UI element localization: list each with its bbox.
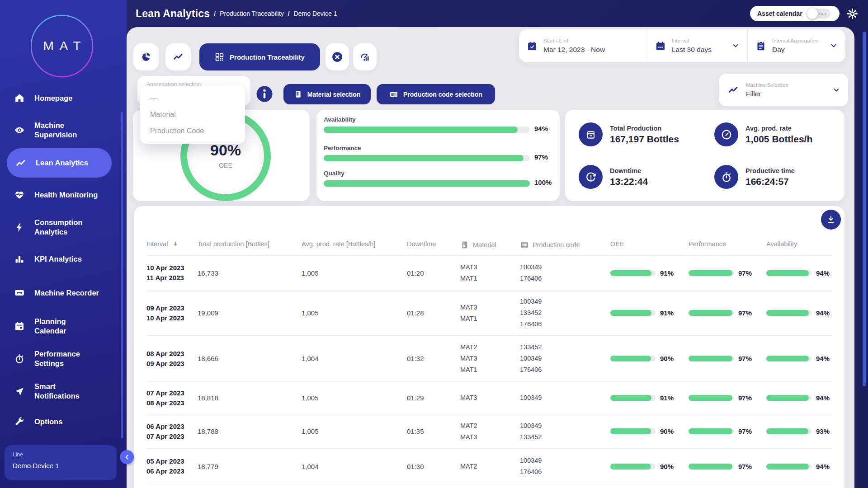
start-end-picker[interactable]: Start - End Mar 12, 2023 - Now xyxy=(519,29,647,62)
selected-line-card[interactable]: Line Demo Device 1 xyxy=(5,445,117,480)
kpi-productive-time: Productive time166:24:57 xyxy=(714,165,795,189)
downtime-clock-icon xyxy=(579,165,603,189)
report-view-button[interactable] xyxy=(353,43,377,70)
settings-gear-icon[interactable] xyxy=(846,8,859,20)
download-button[interactable] xyxy=(821,210,841,230)
dropdown-option-material[interactable]: Material xyxy=(140,107,245,123)
column-label: Availability xyxy=(766,240,797,248)
sidebar-item-homepage[interactable]: Homepage xyxy=(0,89,118,108)
production-traceability-label: Production Traceability xyxy=(230,53,305,61)
mini-bar-track xyxy=(610,270,656,276)
table-row[interactable]: 08 Apr 202309 Apr 202318,6661,00401:32MA… xyxy=(146,335,832,381)
table-row[interactable]: 09 Apr 202310 Apr 202319,0091,00501:28MA… xyxy=(146,290,832,335)
mini-bar-value: 97% xyxy=(738,309,752,317)
production-traceability-tab[interactable]: Production Traceability xyxy=(199,43,320,70)
sidebar-item-planning-calendar[interactable]: Planning Calendar xyxy=(0,314,118,339)
cell-availability: 94% xyxy=(766,355,832,362)
mini-bar-track xyxy=(766,270,811,276)
mini-bar-fill xyxy=(766,428,808,434)
page-scrollbar-thumb[interactable] xyxy=(863,32,866,386)
material-icon xyxy=(294,90,302,99)
bar-label: Performance xyxy=(324,145,552,151)
table-row-separator xyxy=(146,484,832,488)
gauge-report-icon xyxy=(359,52,370,62)
mini-bar-track xyxy=(610,395,656,401)
mini-bar-fill xyxy=(689,270,732,276)
table-row[interactable]: 05 Apr 202306 Apr 202318,7791,00401:30MA… xyxy=(146,448,832,484)
line-label: Line xyxy=(13,451,108,458)
sidebar-scrollbar[interactable] xyxy=(121,112,123,438)
cell-availability: 94% xyxy=(766,394,832,402)
chevron-down-icon xyxy=(731,41,740,50)
bar-fill xyxy=(324,155,524,161)
dropdown-option-production-code[interactable]: Production Code xyxy=(140,123,245,139)
mini-bar-value: 97% xyxy=(738,355,752,362)
table-row[interactable]: 07 Apr 202308 Apr 202318,8181,00501:29MA… xyxy=(146,381,832,414)
line-chart-icon xyxy=(173,52,184,62)
machine-selection-select[interactable]: Machine Selection Filler xyxy=(719,74,848,106)
mini-bar-track xyxy=(610,310,656,316)
material-selection-button[interactable]: Material selection xyxy=(283,84,371,104)
cell-materials: MAT3MAT1 xyxy=(460,302,520,324)
sidebar-item-lean-analytics[interactable]: Lean Analytics xyxy=(7,148,112,178)
kpi-label: Avg. prod. rate xyxy=(745,125,812,132)
table-row[interactable]: 06 Apr 202307 Apr 202318,7881,00501:35MA… xyxy=(146,414,832,448)
line-value: Demo Device 1 xyxy=(13,462,108,469)
top-bar: Lean Analytics / Production Traceability… xyxy=(0,0,868,27)
production-code-selection-button[interactable]: Production code selection xyxy=(377,84,495,104)
table-row[interactable]: 10 Apr 202311 Apr 202316,7331,00501:20MA… xyxy=(146,256,832,290)
sidebar-item-health-monitoring[interactable]: Health Monitoring xyxy=(0,185,118,205)
sidebar-item-kpi-analytics[interactable]: KPI Analytics xyxy=(0,249,118,269)
production-box-icon xyxy=(579,122,603,146)
interval-aggregation-select[interactable]: Interval Aggregation Day xyxy=(747,29,845,62)
mini-bar-fill xyxy=(689,395,732,401)
sidebar-item-machine-supervision[interactable]: Machine Supervision xyxy=(0,117,118,143)
dropdown-option----[interactable]: --- xyxy=(140,90,245,107)
breadcrumb-item-device[interactable]: Demo Device 1 xyxy=(294,10,337,17)
logo-text: MAT xyxy=(30,14,94,78)
trend-view-button[interactable] xyxy=(165,43,191,70)
cell-total: 19,009 xyxy=(198,309,302,317)
sidebar-item-options[interactable]: Options xyxy=(0,412,118,432)
sidebar-item-label: Options xyxy=(34,417,62,427)
cell-interval: 09 Apr 202310 Apr 2023 xyxy=(146,303,198,323)
trend-icon xyxy=(15,158,27,169)
cell-availability: 93% xyxy=(766,427,832,435)
interval-aggregation-label: Interval Aggregation xyxy=(772,38,818,43)
sidebar-collapse-button[interactable] xyxy=(120,450,134,464)
production-code-selection-label: Production code selection xyxy=(403,91,482,98)
asset-calendar-switch[interactable]: OFF xyxy=(807,9,830,19)
sidebar-item-machine-recorder[interactable]: Machine Recorder xyxy=(0,283,118,303)
column-header-total-production-bottles-: Total production [Bottles] xyxy=(198,240,302,248)
sidebar-item-performance-settings[interactable]: Performance Settings xyxy=(0,346,118,371)
close-view-button[interactable] xyxy=(326,43,349,70)
calendar-icon xyxy=(14,321,25,332)
kpi-label: Downtime xyxy=(610,167,648,174)
asset-calendar-toggle-pill[interactable]: Asset calendar OFF xyxy=(750,6,840,21)
start-end-label: Start - End xyxy=(543,38,605,43)
mini-bar-value: 97% xyxy=(738,269,752,277)
cell-materials: MAT2MAT3 xyxy=(460,420,520,443)
speedometer-icon xyxy=(714,122,738,146)
mini-bar-value: 90% xyxy=(660,355,674,362)
breadcrumb-item-view[interactable]: Production Traceability xyxy=(220,10,284,17)
asset-calendar-state: OFF xyxy=(819,12,827,16)
info-button[interactable] xyxy=(255,84,274,104)
mini-bar-fill xyxy=(610,395,651,401)
pie-chart-view-button[interactable] xyxy=(133,43,159,70)
cell-rate: 1,004 xyxy=(302,463,407,470)
cell-production-codes: 100349133452176406 xyxy=(520,296,610,330)
cell-interval: 10 Apr 202311 Apr 2023 xyxy=(146,263,198,283)
sidebar-item-label: Performance Settings xyxy=(34,349,80,368)
sidebar-item-label: Lean Analytics xyxy=(36,158,88,168)
sidebar-item-consumption-analytics[interactable]: Consumption Analytics xyxy=(0,215,118,240)
column-header-interval[interactable]: Interval xyxy=(146,240,198,248)
chevron-left-icon xyxy=(123,453,131,461)
column-label: OEE xyxy=(610,240,624,248)
sidebar-item-smart-notifications[interactable]: Smart Notifications xyxy=(0,379,118,404)
cell-downtime: 01:35 xyxy=(407,427,460,435)
cell-performance: 97% xyxy=(689,355,766,362)
mini-bar-value: 91% xyxy=(660,269,674,277)
mini-bar-fill xyxy=(766,270,809,276)
interval-select[interactable]: Interval Last 30 days xyxy=(647,29,747,62)
